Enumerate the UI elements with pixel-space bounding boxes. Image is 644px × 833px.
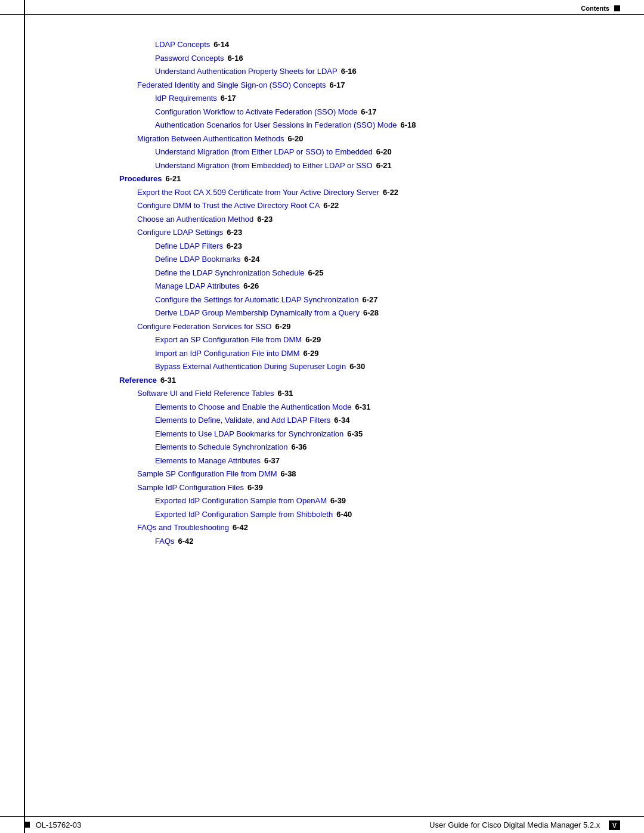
toc-number: 6-16 — [228, 52, 243, 64]
toc-link[interactable]: Define LDAP Filters — [155, 240, 223, 252]
toc-link[interactable]: Authentication Scenarios for User Sessio… — [155, 119, 397, 131]
toc-link[interactable]: Derive LDAP Group Membership Dynamically… — [155, 307, 360, 319]
toc-link[interactable]: Understand Migration (from Embedded) to … — [155, 160, 373, 172]
page-number: V — [609, 820, 620, 830]
toc-link[interactable]: Configure LDAP Settings — [137, 227, 223, 239]
toc-number: 6-17 — [330, 79, 345, 91]
toc-link[interactable]: Choose an Authentication Method — [137, 213, 253, 225]
toc-number: 6-37 — [264, 455, 280, 467]
toc-link[interactable]: Password Concepts — [155, 52, 224, 64]
toc-item: Understand Migration (from Either LDAP o… — [119, 146, 596, 158]
footer-square-icon — [24, 822, 30, 828]
toc-number: 6-22 — [383, 187, 398, 199]
toc-item: Import an IdP Configuration File into DM… — [119, 348, 596, 360]
toc-link[interactable]: LDAP Concepts — [155, 39, 210, 51]
toc-link[interactable]: IdP Requirements — [155, 92, 217, 104]
toc-item: Authentication Scenarios for User Sessio… — [119, 119, 596, 131]
toc-item: Bypass External Authentication During Su… — [119, 361, 596, 373]
toc-number: 6-23 — [227, 240, 242, 252]
toc-link[interactable]: Exported IdP Configuration Sample from S… — [155, 509, 333, 521]
toc-link[interactable]: Migration Between Authentication Methods — [137, 133, 284, 145]
toc-link[interactable]: Define LDAP Bookmarks — [155, 253, 241, 265]
toc-item: Elements to Use LDAP Bookmarks for Synch… — [119, 428, 596, 440]
toc-item: Manage LDAP Attributes6-26 — [119, 280, 596, 292]
toc-link[interactable]: Elements to Use LDAP Bookmarks for Synch… — [155, 428, 343, 440]
toc-link[interactable]: Elements to Manage Attributes — [155, 455, 261, 467]
toc-number: 6-29 — [305, 334, 321, 346]
toc-item: Export an SP Configuration File from DMM… — [119, 334, 596, 346]
toc-item: LDAP Concepts6-14 — [119, 39, 596, 51]
toc-number: 6-23 — [257, 213, 273, 225]
toc-number: 6-40 — [336, 509, 352, 521]
toc-number: 6-21 — [166, 173, 181, 185]
toc-link[interactable]: Define the LDAP Synchronization Schedule — [155, 267, 305, 279]
toc-link[interactable]: Elements to Define, Validate, and Add LD… — [155, 414, 330, 426]
toc-number: 6-20 — [376, 146, 392, 158]
toc-item: Software UI and Field Reference Tables6-… — [119, 388, 596, 400]
toc-link[interactable]: Configure DMM to Trust the Active Direct… — [137, 200, 320, 212]
toc-item: Sample SP Configuration File from DMM6-3… — [119, 468, 596, 480]
toc-number: 6-39 — [330, 495, 346, 507]
toc-number: 6-36 — [292, 441, 307, 453]
toc-item: Configure LDAP Settings6-23 — [119, 227, 596, 239]
toc-number: 6-29 — [275, 321, 290, 333]
toc-number: 6-23 — [227, 227, 242, 239]
toc-number: 6-21 — [376, 160, 392, 172]
toc-item: Configure Federation Services for SSO6-2… — [119, 321, 596, 333]
toc-link[interactable]: Exported IdP Configuration Sample from O… — [155, 495, 327, 507]
toc-number: 6-35 — [347, 428, 363, 440]
toc-link[interactable]: Federated Identity and Single Sign-on (S… — [137, 79, 326, 91]
toc-number: 6-20 — [287, 133, 303, 145]
toc-link[interactable]: Reference — [119, 374, 157, 386]
toc-link[interactable]: Elements to Schedule Synchronization — [155, 441, 288, 453]
toc-item: Configure DMM to Trust the Active Direct… — [119, 200, 596, 212]
toc-item: Understand Migration (from Embedded) to … — [119, 160, 596, 172]
toc-number: 6-30 — [349, 361, 365, 373]
footer-right: User Guide for Cisco Digital Media Manag… — [429, 820, 620, 829]
toc-item: Migration Between Authentication Methods… — [119, 133, 596, 145]
toc-number: 6-17 — [361, 106, 376, 118]
footer-doc-id: OL-15762-03 — [36, 820, 82, 829]
toc-content: LDAP Concepts6-14Password Concepts6-16Un… — [0, 21, 644, 584]
toc-item: Federated Identity and Single Sign-on (S… — [119, 79, 596, 91]
toc-link[interactable]: Export an SP Configuration File from DMM — [155, 334, 302, 346]
left-vertical-bar — [24, 0, 25, 833]
toc-item: Elements to Schedule Synchronization6-36 — [119, 441, 596, 453]
toc-item: Choose an Authentication Method6-23 — [119, 213, 596, 225]
toc-link[interactable]: Elements to Choose and Enable the Authen… — [155, 401, 352, 413]
header-title: Contents — [581, 5, 609, 12]
toc-link[interactable]: FAQs — [155, 535, 175, 547]
toc-number: 6-14 — [213, 39, 229, 51]
toc-link[interactable]: Configure Federation Services for SSO — [137, 321, 271, 333]
toc-number: 6-34 — [334, 414, 349, 426]
toc-number: 6-24 — [244, 253, 260, 265]
toc-link[interactable]: Configure the Settings for Automatic LDA… — [155, 294, 359, 306]
toc-number: 6-39 — [247, 482, 263, 494]
toc-number: 6-17 — [221, 92, 236, 104]
toc-item: Export the Root CA X.509 Certificate fro… — [119, 187, 596, 199]
toc-number: 6-28 — [363, 307, 379, 319]
toc-number: 6-31 — [160, 374, 176, 386]
toc-item: Elements to Define, Validate, and Add LD… — [119, 414, 596, 426]
toc-number: 6-16 — [341, 66, 357, 78]
toc-link[interactable]: Manage LDAP Attributes — [155, 280, 240, 292]
toc-number: 6-26 — [243, 280, 259, 292]
toc-link[interactable]: Sample IdP Configuration Files — [137, 482, 244, 494]
toc-link[interactable]: Import an IdP Configuration File into DM… — [155, 348, 300, 360]
toc-link[interactable]: FAQs and Troubleshooting — [137, 522, 229, 534]
toc-item: Exported IdP Configuration Sample from O… — [119, 495, 596, 507]
toc-link[interactable]: Software UI and Field Reference Tables — [137, 388, 274, 400]
toc-item: Define LDAP Filters6-23 — [119, 240, 596, 252]
toc-link[interactable]: Sample SP Configuration File from DMM — [137, 468, 277, 480]
toc-number: 6-27 — [363, 294, 378, 306]
toc-link[interactable]: Understand Authentication Property Sheet… — [155, 66, 338, 78]
toc-number: 6-38 — [281, 468, 296, 480]
toc-link[interactable]: Bypass External Authentication During Su… — [155, 361, 346, 373]
toc-item: FAQs and Troubleshooting6-42 — [119, 522, 596, 534]
toc-link[interactable]: Understand Migration (from Either LDAP o… — [155, 146, 373, 158]
toc-link[interactable]: Procedures — [119, 173, 162, 185]
toc-link[interactable]: Configuration Workflow to Activate Feder… — [155, 106, 357, 118]
page-header: Contents — [0, 0, 644, 15]
toc-link[interactable]: Export the Root CA X.509 Certificate fro… — [137, 187, 379, 199]
toc-item: Sample IdP Configuration Files6-39 — [119, 482, 596, 494]
